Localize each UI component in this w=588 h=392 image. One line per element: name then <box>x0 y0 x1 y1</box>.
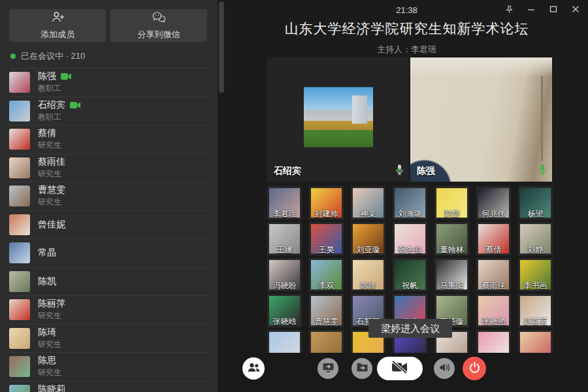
participant-name: 陈琦 <box>351 281 385 291</box>
online-status-dot <box>10 54 16 59</box>
leave-meeting-button[interactable] <box>463 357 486 380</box>
pin-icon[interactable] <box>500 3 517 16</box>
grid-participant-tile[interactable]: 张晓艳 <box>476 294 511 327</box>
participant-name: 何兆伟 <box>477 209 510 219</box>
grid-participant-tile[interactable] <box>518 330 553 353</box>
add-member-button[interactable]: 添加成员 <box>9 9 106 42</box>
participant-name: 刘瀚璐 <box>393 209 427 219</box>
member-row[interactable]: 陈强教职工 <box>9 68 208 97</box>
member-row[interactable]: 曾佳妮 <box>9 210 208 239</box>
member-role: 研究生 <box>38 197 65 208</box>
grid-participant-tile[interactable]: 杨望 <box>518 186 553 220</box>
member-avatar <box>9 129 30 150</box>
person-add-icon <box>50 11 65 25</box>
camera-on-icon <box>70 101 81 109</box>
grid-participant-tile[interactable]: 李书画 <box>518 258 553 291</box>
member-row[interactable]: 曹慧雯研究生 <box>9 182 208 210</box>
grid-participant-tile[interactable]: 韩冬临 <box>393 222 427 255</box>
grid-participant-tile[interactable]: 冯晓盼 <box>267 258 302 291</box>
member-name: 蔡雨佳 <box>38 156 65 168</box>
grid-participant-tile[interactable]: 曹慧雯 <box>309 294 344 327</box>
minimize-icon[interactable] <box>523 3 540 16</box>
grid-participant-tile[interactable]: 赵嘉茗 <box>518 294 553 327</box>
grid-participant-tile[interactable]: 神楽 <box>351 186 385 220</box>
member-avatar <box>9 242 30 263</box>
member-row[interactable]: 蔡倩研究生 <box>9 125 208 154</box>
member-avatar <box>9 72 30 93</box>
member-avatar <box>9 328 30 349</box>
member-row[interactable]: 陈凯 <box>9 267 208 296</box>
member-name: 曹慧雯 <box>38 184 65 196</box>
member-row[interactable]: 陈晓莉研究生 <box>9 381 208 392</box>
member-avatar <box>9 101 30 122</box>
member-name: 曾佳妮 <box>38 219 65 231</box>
featured-participant-name: 陈强 <box>417 165 435 177</box>
member-avatar <box>9 186 30 206</box>
participant-name: 刘岱 <box>435 209 468 219</box>
participant-name: 蔡雨佳 <box>477 281 510 291</box>
grid-participant-tile[interactable]: 陈琦 <box>351 258 385 291</box>
grid-participant-tile[interactable]: 蔡雨佳 <box>476 258 511 291</box>
grid-participant-tile[interactable]: 王娜 <box>267 222 302 255</box>
grid-participant-tile[interactable]: 祝帆 <box>393 258 427 291</box>
participant-avatar <box>311 332 342 353</box>
grid-participant-tile[interactable]: 刘亚璇 <box>351 222 385 255</box>
member-row[interactable]: 石绍宾教职工 <box>9 97 208 125</box>
members-button[interactable] <box>242 357 265 380</box>
member-avatar <box>9 157 30 178</box>
grid-participant-tile[interactable]: 马重阳 <box>434 258 469 291</box>
member-row[interactable]: 蔡雨佳研究生 <box>9 154 208 182</box>
grid-participant-tile[interactable] <box>476 330 511 353</box>
member-role: 教职工 <box>38 112 81 123</box>
meeting-host: 主持人：李君瑶 <box>225 44 588 56</box>
featured-video-tile[interactable]: 陈强 <box>410 57 552 182</box>
grid-participant-tile[interactable]: 何兆伟 <box>476 186 511 220</box>
participant-name: 韩冬临 <box>393 245 427 255</box>
grid-participant-tile[interactable]: 蔡倩 <box>476 222 511 255</box>
scrollbar-thumb[interactable] <box>219 1 224 93</box>
grid-participant-tile[interactable]: 王昊 <box>309 222 344 255</box>
speaker-button[interactable] <box>434 358 455 379</box>
member-name: 常晶 <box>38 247 56 259</box>
member-row[interactable]: 陈丽萍研究生 <box>9 295 208 324</box>
grid-participant-tile[interactable]: 刘静 <box>518 222 553 255</box>
participant-name: 神楽 <box>351 209 385 219</box>
participant-avatar <box>478 332 509 353</box>
featured-video-tile[interactable]: 石绍宾 <box>267 57 409 182</box>
member-row[interactable]: 陈琦研究生 <box>9 324 208 353</box>
grid-participant-tile[interactable]: 李双 <box>309 258 344 291</box>
participant-name: 李君瑶 <box>268 209 301 219</box>
grid-participant-tile[interactable]: 董翰林 <box>434 222 469 255</box>
grid-participant-tile[interactable]: 刘岱 <box>434 186 469 220</box>
participant-name: 王娜 <box>268 245 301 255</box>
microphone-icon <box>538 164 547 178</box>
member-role: 教职工 <box>38 83 72 94</box>
member-name: 陈思 <box>38 355 56 367</box>
camera-off-icon <box>389 360 410 377</box>
grid-participant-tile[interactable]: 张晓晗 <box>267 294 302 327</box>
member-row[interactable]: 陈思研究生 <box>9 352 208 381</box>
participant-name: 冯晓盼 <box>268 281 301 291</box>
participant-name: 刘亚璇 <box>351 245 385 255</box>
participant-name: 王昊 <box>310 245 343 255</box>
grid-participant-tile[interactable]: 李君瑶 <box>267 186 302 220</box>
grid-participant-tile[interactable] <box>309 330 344 353</box>
member-avatar <box>9 356 30 377</box>
grid-participant-tile[interactable] <box>267 330 302 353</box>
member-name: 陈凯 <box>38 276 56 287</box>
maximize-icon[interactable] <box>545 3 562 16</box>
close-icon[interactable] <box>567 3 584 16</box>
participant-name: 马重阳 <box>435 281 468 291</box>
share-wechat-button[interactable]: 分享到微信 <box>110 9 207 42</box>
camera-toggle-button[interactable] <box>377 357 423 380</box>
member-name: 石绍宾 <box>38 99 65 111</box>
participant-name: 封建帅 <box>310 209 343 219</box>
member-name: 陈丽萍 <box>38 298 65 310</box>
grid-participant-tile[interactable]: 封建帅 <box>309 186 344 220</box>
grid-participant-tile[interactable]: 刘瀚璐 <box>393 186 427 220</box>
participant-name: 李双 <box>310 281 343 291</box>
member-row[interactable]: 常晶 <box>9 238 208 267</box>
control-bar <box>225 353 588 392</box>
screen-share-button[interactable] <box>318 358 338 379</box>
file-share-button[interactable] <box>351 358 372 379</box>
